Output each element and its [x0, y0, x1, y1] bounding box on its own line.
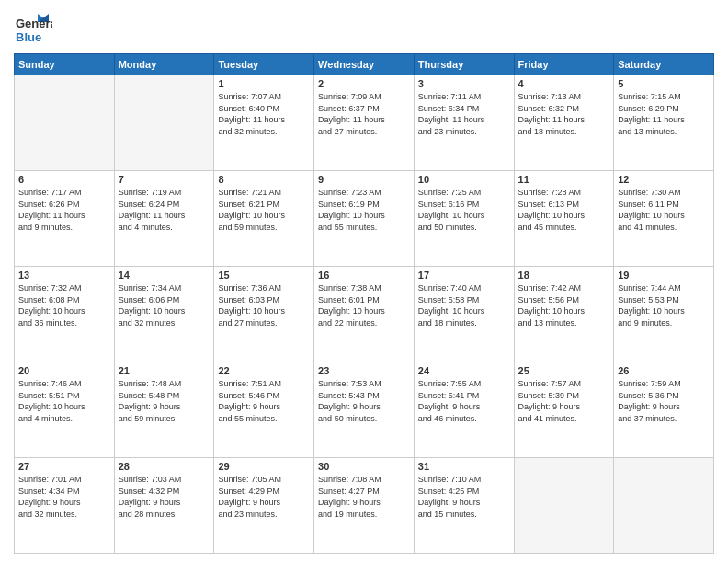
calendar-cell: 1Sunrise: 7:07 AM Sunset: 6:40 PM Daylig…: [214, 75, 314, 171]
calendar-cell: 16Sunrise: 7:38 AM Sunset: 6:01 PM Dayli…: [314, 267, 415, 362]
header: GeneralBlue: [14, 9, 714, 48]
day-number: 16: [318, 270, 410, 281]
day-number: 12: [618, 174, 710, 185]
day-number: 2: [318, 78, 410, 89]
day-info: Sunrise: 7:36 AM Sunset: 6:03 PM Dayligh…: [218, 282, 310, 328]
day-info: Sunrise: 7:44 AM Sunset: 5:53 PM Dayligh…: [618, 282, 710, 328]
calendar-cell: 25Sunrise: 7:57 AM Sunset: 5:39 PM Dayli…: [514, 362, 614, 458]
calendar-cell: [114, 75, 214, 171]
day-info: Sunrise: 7:03 AM Sunset: 4:32 PM Dayligh…: [119, 474, 210, 520]
weekday-header-saturday: Saturday: [614, 54, 714, 75]
day-info: Sunrise: 7:42 AM Sunset: 5:56 PM Dayligh…: [518, 282, 610, 328]
day-info: Sunrise: 7:28 AM Sunset: 6:13 PM Dayligh…: [518, 187, 610, 233]
calendar-cell: 9Sunrise: 7:23 AM Sunset: 6:19 PM Daylig…: [314, 171, 415, 267]
calendar-cell: 28Sunrise: 7:03 AM Sunset: 4:32 PM Dayli…: [114, 458, 214, 554]
calendar-cell: 3Sunrise: 7:11 AM Sunset: 6:34 PM Daylig…: [414, 75, 514, 171]
calendar-cell: [514, 458, 614, 554]
day-info: Sunrise: 7:51 AM Sunset: 5:46 PM Dayligh…: [218, 378, 310, 424]
calendar-cell: 31Sunrise: 7:10 AM Sunset: 4:25 PM Dayli…: [414, 458, 514, 554]
calendar-cell: [614, 458, 714, 554]
weekday-header-tuesday: Tuesday: [214, 54, 314, 75]
logo: GeneralBlue: [14, 9, 52, 48]
calendar-cell: 19Sunrise: 7:44 AM Sunset: 5:53 PM Dayli…: [614, 267, 714, 362]
day-info: Sunrise: 7:13 AM Sunset: 6:32 PM Dayligh…: [518, 91, 610, 137]
day-number: 4: [518, 78, 610, 89]
day-info: Sunrise: 7:59 AM Sunset: 5:36 PM Dayligh…: [618, 378, 710, 424]
day-number: 29: [218, 461, 310, 472]
day-info: Sunrise: 7:23 AM Sunset: 6:19 PM Dayligh…: [318, 187, 410, 233]
day-number: 15: [218, 270, 310, 281]
day-number: 8: [218, 174, 310, 185]
calendar-cell: 8Sunrise: 7:21 AM Sunset: 6:21 PM Daylig…: [214, 171, 314, 267]
calendar-cell: 26Sunrise: 7:59 AM Sunset: 5:36 PM Dayli…: [614, 362, 714, 458]
day-number: 27: [18, 461, 110, 472]
day-number: 1: [218, 78, 310, 89]
calendar-cell: 24Sunrise: 7:55 AM Sunset: 5:41 PM Dayli…: [414, 362, 514, 458]
day-number: 18: [518, 270, 610, 281]
logo-svg-icon: GeneralBlue: [14, 9, 52, 48]
day-number: 9: [318, 174, 410, 185]
weekday-header-monday: Monday: [114, 54, 214, 75]
calendar-cell: 2Sunrise: 7:09 AM Sunset: 6:37 PM Daylig…: [314, 75, 415, 171]
day-number: 6: [18, 174, 110, 185]
calendar-cell: 4Sunrise: 7:13 AM Sunset: 6:32 PM Daylig…: [514, 75, 614, 171]
day-info: Sunrise: 7:32 AM Sunset: 6:08 PM Dayligh…: [18, 282, 110, 328]
day-number: 19: [618, 270, 710, 281]
calendar-cell: 30Sunrise: 7:08 AM Sunset: 4:27 PM Dayli…: [314, 458, 415, 554]
calendar-cell: [15, 75, 115, 171]
calendar-cell: 6Sunrise: 7:17 AM Sunset: 6:26 PM Daylig…: [15, 171, 115, 267]
day-info: Sunrise: 7:07 AM Sunset: 6:40 PM Dayligh…: [218, 91, 310, 137]
calendar-cell: 13Sunrise: 7:32 AM Sunset: 6:08 PM Dayli…: [15, 267, 115, 362]
day-info: Sunrise: 7:34 AM Sunset: 6:06 PM Dayligh…: [119, 282, 210, 328]
day-info: Sunrise: 7:57 AM Sunset: 5:39 PM Dayligh…: [518, 378, 610, 424]
day-info: Sunrise: 7:48 AM Sunset: 5:48 PM Dayligh…: [119, 378, 210, 424]
calendar-cell: 20Sunrise: 7:46 AM Sunset: 5:51 PM Dayli…: [15, 362, 115, 458]
day-info: Sunrise: 7:08 AM Sunset: 4:27 PM Dayligh…: [318, 474, 410, 520]
svg-text:Blue: Blue: [16, 30, 41, 44]
calendar-cell: 23Sunrise: 7:53 AM Sunset: 5:43 PM Dayli…: [314, 362, 415, 458]
day-info: Sunrise: 7:30 AM Sunset: 6:11 PM Dayligh…: [618, 187, 710, 233]
day-info: Sunrise: 7:17 AM Sunset: 6:26 PM Dayligh…: [18, 187, 110, 233]
calendar-cell: 15Sunrise: 7:36 AM Sunset: 6:03 PM Dayli…: [214, 267, 314, 362]
calendar-cell: 21Sunrise: 7:48 AM Sunset: 5:48 PM Dayli…: [114, 362, 214, 458]
day-number: 21: [119, 365, 210, 376]
week-row-5: 27Sunrise: 7:01 AM Sunset: 4:34 PM Dayli…: [15, 458, 714, 554]
calendar-cell: 27Sunrise: 7:01 AM Sunset: 4:34 PM Dayli…: [15, 458, 115, 554]
day-info: Sunrise: 7:55 AM Sunset: 5:41 PM Dayligh…: [418, 378, 510, 424]
week-row-4: 20Sunrise: 7:46 AM Sunset: 5:51 PM Dayli…: [15, 362, 714, 458]
calendar-cell: 18Sunrise: 7:42 AM Sunset: 5:56 PM Dayli…: [514, 267, 614, 362]
calendar-table: SundayMondayTuesdayWednesdayThursdayFrid…: [14, 53, 714, 554]
calendar-cell: 5Sunrise: 7:15 AM Sunset: 6:29 PM Daylig…: [614, 75, 714, 171]
svg-text:General: General: [16, 17, 52, 30]
day-info: Sunrise: 7:21 AM Sunset: 6:21 PM Dayligh…: [218, 187, 310, 233]
day-number: 28: [119, 461, 210, 472]
day-number: 22: [218, 365, 310, 376]
day-info: Sunrise: 7:53 AM Sunset: 5:43 PM Dayligh…: [318, 378, 410, 424]
weekday-header-wednesday: Wednesday: [314, 54, 415, 75]
week-row-2: 6Sunrise: 7:17 AM Sunset: 6:26 PM Daylig…: [15, 171, 714, 267]
calendar-cell: 10Sunrise: 7:25 AM Sunset: 6:16 PM Dayli…: [414, 171, 514, 267]
weekday-header-row: SundayMondayTuesdayWednesdayThursdayFrid…: [15, 54, 714, 75]
day-info: Sunrise: 7:10 AM Sunset: 4:25 PM Dayligh…: [418, 474, 510, 520]
day-info: Sunrise: 7:19 AM Sunset: 6:24 PM Dayligh…: [119, 187, 210, 233]
calendar-cell: 7Sunrise: 7:19 AM Sunset: 6:24 PM Daylig…: [114, 171, 214, 267]
day-number: 31: [418, 461, 510, 472]
weekday-header-friday: Friday: [514, 54, 614, 75]
day-number: 7: [119, 174, 210, 185]
day-number: 25: [518, 365, 610, 376]
day-number: 26: [618, 365, 710, 376]
weekday-header-sunday: Sunday: [15, 54, 115, 75]
calendar-cell: 11Sunrise: 7:28 AM Sunset: 6:13 PM Dayli…: [514, 171, 614, 267]
day-number: 11: [518, 174, 610, 185]
day-number: 24: [418, 365, 510, 376]
day-info: Sunrise: 7:05 AM Sunset: 4:29 PM Dayligh…: [218, 474, 310, 520]
calendar-cell: 17Sunrise: 7:40 AM Sunset: 5:58 PM Dayli…: [414, 267, 514, 362]
day-number: 23: [318, 365, 410, 376]
day-info: Sunrise: 7:15 AM Sunset: 6:29 PM Dayligh…: [618, 91, 710, 137]
day-info: Sunrise: 7:40 AM Sunset: 5:58 PM Dayligh…: [418, 282, 510, 328]
day-info: Sunrise: 7:25 AM Sunset: 6:16 PM Dayligh…: [418, 187, 510, 233]
day-info: Sunrise: 7:01 AM Sunset: 4:34 PM Dayligh…: [18, 474, 110, 520]
calendar-cell: 14Sunrise: 7:34 AM Sunset: 6:06 PM Dayli…: [114, 267, 214, 362]
calendar-cell: 29Sunrise: 7:05 AM Sunset: 4:29 PM Dayli…: [214, 458, 314, 554]
day-number: 17: [418, 270, 510, 281]
